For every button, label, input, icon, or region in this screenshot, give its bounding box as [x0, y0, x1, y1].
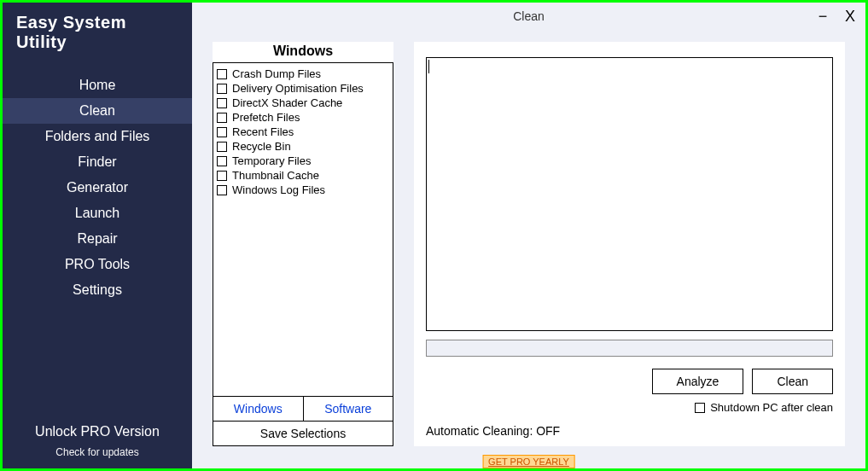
- category-item-label: DirectX Shader Cache: [232, 96, 342, 109]
- checkbox-icon[interactable]: [217, 98, 227, 108]
- clean-button[interactable]: Clean: [752, 369, 833, 394]
- category-item-label: Prefetch Files: [232, 111, 300, 124]
- app-window: Easy System Utility HomeCleanFolders and…: [0, 0, 868, 471]
- minimize-button[interactable]: −: [813, 6, 833, 26]
- sidebar: Easy System Utility HomeCleanFolders and…: [3, 3, 192, 468]
- automatic-cleaning-status: Automatic Cleaning: OFF: [426, 424, 833, 438]
- sidebar-item-folders-and-files[interactable]: Folders and Files: [3, 124, 192, 149]
- shutdown-checkbox[interactable]: [695, 403, 705, 413]
- category-item[interactable]: Recycle Bin: [217, 139, 389, 154]
- checkbox-icon[interactable]: [217, 185, 227, 195]
- shutdown-label: Shutdown PC after clean: [710, 401, 833, 414]
- checkbox-icon[interactable]: [217, 171, 227, 181]
- sidebar-item-home[interactable]: Home: [3, 73, 192, 98]
- category-list: Crash Dump FilesDelivery Optimisation Fi…: [213, 62, 393, 397]
- unlock-pro-link[interactable]: Unlock PRO Version: [3, 421, 192, 446]
- checkbox-icon[interactable]: [217, 69, 227, 79]
- category-panel: Windows Crash Dump FilesDelivery Optimis…: [213, 42, 393, 446]
- sidebar-item-pro-tools[interactable]: PRO Tools: [3, 252, 192, 277]
- checkbox-icon[interactable]: [217, 142, 227, 152]
- checkbox-icon[interactable]: [217, 127, 227, 137]
- category-item-label: Recent Files: [232, 125, 294, 138]
- category-tabs: Windows Software: [213, 397, 393, 422]
- sidebar-item-launch[interactable]: Launch: [3, 201, 192, 226]
- category-item-label: Delivery Optimisation Files: [232, 82, 364, 95]
- checkbox-icon[interactable]: [217, 113, 227, 123]
- sidebar-item-clean[interactable]: Clean: [3, 98, 192, 124]
- tab-software[interactable]: Software: [303, 397, 393, 421]
- sidebar-item-repair[interactable]: Repair: [3, 226, 192, 252]
- category-item[interactable]: Thumbnail Cache: [217, 168, 389, 183]
- get-pro-yearly-link[interactable]: GET PRO YEARLY: [482, 455, 575, 468]
- app-title: Easy System Utility: [3, 8, 192, 73]
- sidebar-item-finder[interactable]: Finder: [3, 149, 192, 175]
- category-item-label: Windows Log Files: [232, 183, 325, 196]
- category-item-label: Recycle Bin: [232, 140, 291, 153]
- category-item-label: Crash Dump Files: [232, 67, 321, 80]
- analyze-button[interactable]: Analyze: [652, 369, 744, 394]
- save-selections-button[interactable]: Save Selections: [213, 422, 393, 446]
- sidebar-nav: HomeCleanFolders and FilesFinderGenerato…: [3, 73, 192, 303]
- check-updates-link[interactable]: Check for updates: [3, 446, 192, 468]
- checkbox-icon[interactable]: [217, 156, 227, 166]
- category-item[interactable]: Temporary Files: [217, 154, 389, 168]
- sidebar-item-generator[interactable]: Generator: [3, 175, 192, 201]
- output-textarea[interactable]: [426, 57, 833, 331]
- main-area: Clean − X Windows Crash Dump FilesDelive…: [192, 3, 865, 468]
- category-item-label: Thumbnail Cache: [232, 169, 319, 182]
- category-item[interactable]: Prefetch Files: [217, 110, 389, 125]
- tab-windows[interactable]: Windows: [213, 397, 303, 421]
- category-item[interactable]: DirectX Shader Cache: [217, 96, 389, 110]
- sidebar-item-settings[interactable]: Settings: [3, 277, 192, 303]
- category-heading: Windows: [213, 42, 393, 62]
- category-item[interactable]: Crash Dump Files: [217, 67, 389, 81]
- close-button[interactable]: X: [840, 6, 860, 26]
- page-title: Clean: [513, 9, 545, 23]
- category-item[interactable]: Recent Files: [217, 125, 389, 139]
- category-item[interactable]: Delivery Optimisation Files: [217, 81, 389, 96]
- category-item[interactable]: Windows Log Files: [217, 183, 389, 197]
- checkbox-icon[interactable]: [217, 84, 227, 94]
- footer: GET PRO YEARLY: [192, 451, 865, 468]
- category-item-label: Temporary Files: [232, 154, 311, 167]
- results-panel: Analyze Clean Shutdown PC after clean Au…: [414, 42, 845, 446]
- text-caret-icon: [428, 60, 429, 73]
- progress-bar: [426, 340, 833, 357]
- titlebar: Clean − X: [192, 3, 865, 30]
